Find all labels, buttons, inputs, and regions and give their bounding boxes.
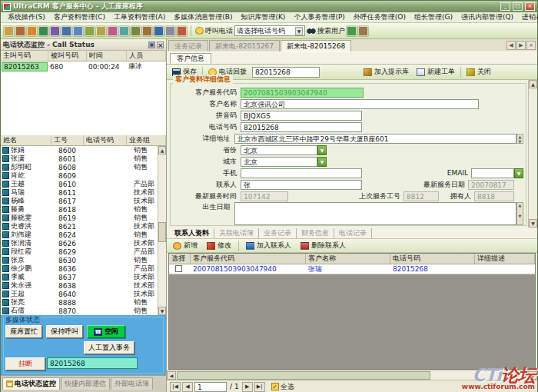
toolbar-icon[interactable] xyxy=(165,26,175,36)
toolbar-icon[interactable] xyxy=(61,26,71,36)
staff-row[interactable]: 石倩 8870 销售 xyxy=(1,307,158,315)
scroll-thumb[interactable] xyxy=(158,222,166,242)
tab-close-icon[interactable]: × xyxy=(526,41,536,50)
pin-icon[interactable] xyxy=(148,42,155,48)
document-tab[interactable]: 业务记录 xyxy=(168,40,208,51)
first-page-icon[interactable]: |◀ xyxy=(170,382,181,392)
col-name[interactable]: 姓名 xyxy=(1,135,51,145)
birthday-field[interactable] xyxy=(234,202,516,225)
edit-button[interactable]: 修改 xyxy=(204,240,234,251)
address-field[interactable]: 北京市西城区北三环中路甲29号华尊大厦B座601 xyxy=(234,134,516,144)
document-tab[interactable]: 新来电-82015267 xyxy=(209,40,280,51)
contact-tab[interactable]: 电话记录 xyxy=(334,228,372,238)
contact-tab[interactable]: 联系人资料 xyxy=(170,228,214,238)
tab-customer-info[interactable]: 客户信息 xyxy=(170,53,211,64)
toolbar-icon[interactable] xyxy=(131,26,141,36)
city-combo[interactable]: 北京 xyxy=(241,157,317,167)
menu-item[interactable]: 工单资料管理(A) xyxy=(110,12,169,23)
phone-number-combo[interactable]: 请选择电话号码 ▼ xyxy=(234,25,305,36)
tab-scroll-left-icon[interactable]: ◀ xyxy=(506,41,516,50)
menu-item[interactable]: 客户资料管理(C) xyxy=(50,12,109,23)
left-tab[interactable]: ☎ 快捷内部通信 xyxy=(61,377,110,390)
city-dropdown-icon[interactable]: ▼ xyxy=(317,157,327,167)
document-tab[interactable]: 新来电-82015268 xyxy=(281,40,351,51)
prev-page-icon[interactable]: ◀ xyxy=(182,382,193,392)
next-page-icon[interactable]: ▶ xyxy=(242,382,253,392)
menu-item[interactable]: 系统操作(S) xyxy=(4,12,49,23)
callback-number-field[interactable]: 82015268 xyxy=(252,67,320,78)
idle-button[interactable]: ☎ 空闲 xyxy=(87,325,125,338)
scroll-up-icon[interactable]: ▲ xyxy=(158,146,166,154)
toolbar-icon[interactable] xyxy=(119,26,129,36)
col-agent[interactable]: 人员 xyxy=(127,51,166,61)
form-scroll-up-icon[interactable]: ▲ xyxy=(529,80,537,88)
menu-item[interactable]: 个人事务管理(P) xyxy=(290,12,348,23)
menu-item[interactable]: 进销存管理 xyxy=(518,12,538,23)
col-phone-number[interactable]: 电话号码 xyxy=(390,254,475,264)
combo-arrow-icon[interactable]: ▼ xyxy=(295,27,303,35)
toolbar-icon[interactable] xyxy=(177,26,187,36)
toolbar-icon[interactable] xyxy=(73,26,83,36)
col-cs-code[interactable]: 客户服务代码 xyxy=(191,254,306,264)
toolbar-icon[interactable] xyxy=(38,26,48,36)
contact-row[interactable]: 2007081503903047940 张瑞 82015268 xyxy=(169,264,535,274)
call-row[interactable]: 82015263 680 00:00:24 康冰 xyxy=(1,61,166,71)
h-scroll-left-icon[interactable]: ◀ xyxy=(167,371,176,380)
address-spinner[interactable]: ▲▼ xyxy=(516,134,523,144)
contact-tab[interactable]: 业务记录 xyxy=(259,228,297,238)
pinyin-field[interactable]: BJQXGS xyxy=(241,111,362,121)
row-checkbox[interactable] xyxy=(175,265,182,272)
phone-field[interactable]: 82015268 xyxy=(241,122,362,132)
close-button[interactable]: × xyxy=(525,2,535,11)
h-scroll-thumb[interactable] xyxy=(177,371,430,380)
toolbar-icon[interactable] xyxy=(15,26,25,36)
birthday-spinner[interactable]: ▲▼ xyxy=(516,202,523,225)
form-scrollbar[interactable]: ▲ ▼ xyxy=(528,80,537,228)
scroll-down-icon[interactable]: ▼ xyxy=(158,307,166,315)
menu-item[interactable]: 外呼任务管理(O) xyxy=(350,12,410,23)
toolbar-icon[interactable] xyxy=(96,26,106,36)
province-combo[interactable]: 北京 xyxy=(241,145,317,155)
mobile-field[interactable] xyxy=(241,168,362,178)
manual-task-button[interactable]: 人工置入事务 xyxy=(84,341,134,354)
col-description[interactable]: 详细描述 xyxy=(475,254,535,264)
email-dropdown-icon[interactable]: ▼ xyxy=(514,168,523,178)
toolbar-icon[interactable] xyxy=(108,26,118,36)
delete-contact-button[interactable]: 删除联系人 xyxy=(298,240,348,251)
refresh-icon[interactable] xyxy=(347,26,357,36)
call-phone-button[interactable]: 呼叫电话 xyxy=(195,26,233,36)
contact-tab[interactable]: 关联电话簿 xyxy=(214,228,259,238)
left-tab[interactable]: ☎ 电话状态监控 xyxy=(2,377,60,390)
new-workorder-button[interactable]: 新建工单 xyxy=(414,66,457,78)
search-user-button[interactable]: 搜索用户 xyxy=(307,26,345,36)
last-page-icon[interactable]: ▶| xyxy=(254,382,265,392)
col-customer-name[interactable]: 客户名称 xyxy=(306,254,390,264)
contact-field[interactable]: 张 xyxy=(241,180,362,190)
tab-scroll-right-icon[interactable]: ▶ xyxy=(516,41,526,50)
add-tip-button[interactable]: 加入提示库 xyxy=(361,66,411,78)
toolbar-icon[interactable] xyxy=(50,26,60,36)
hold-call-button[interactable]: 保持呼叫 xyxy=(46,325,83,338)
col-callee[interactable]: 被叫号码 xyxy=(48,51,87,61)
menu-item[interactable]: 组长管理(G) xyxy=(410,12,457,23)
h-scroll-right-icon[interactable]: ▶ xyxy=(528,371,537,380)
staff-scrollbar[interactable]: ▲ ▼ xyxy=(158,146,166,315)
customer-name-field[interactable]: 北京强讯公司 xyxy=(241,99,479,109)
menu-item[interactable]: 知识库管理(K) xyxy=(237,12,289,23)
toolbar-icon[interactable] xyxy=(27,26,37,36)
col-group[interactable]: 业务组 xyxy=(127,135,166,145)
col-caller[interactable]: 主叫号码 xyxy=(1,51,48,61)
minimize-button[interactable]: _ xyxy=(500,2,510,11)
col-select[interactable]: 选择 xyxy=(169,254,191,264)
contact-tab[interactable]: 财务信息 xyxy=(297,228,334,238)
toolbar-icon[interactable] xyxy=(4,26,14,36)
menu-item[interactable]: 多媒体消息管理(B) xyxy=(170,12,236,23)
help-user-icon[interactable] xyxy=(358,26,368,36)
col-time[interactable]: 时间 xyxy=(87,51,127,61)
toolbar-icon[interactable] xyxy=(154,26,164,36)
hangup-button[interactable]: 挂断 xyxy=(5,357,45,370)
toolbar-icon[interactable] xyxy=(142,26,152,36)
left-tab[interactable]: ☎ 外部电话簿 xyxy=(111,377,153,390)
col-phone[interactable]: 电话号码 xyxy=(84,135,127,145)
page-number-field[interactable]: 1 xyxy=(194,382,227,392)
